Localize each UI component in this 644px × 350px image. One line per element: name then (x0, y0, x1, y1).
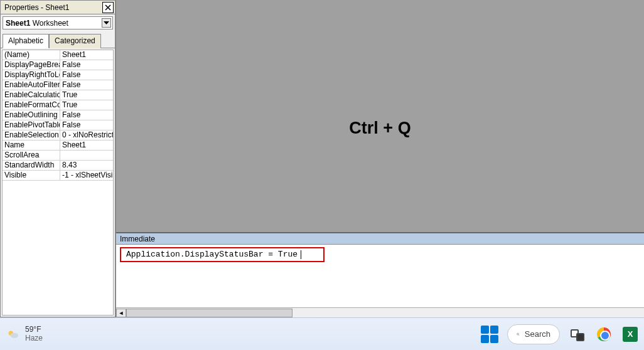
property-value[interactable]: True (60, 90, 113, 100)
immediate-title[interactable]: Immediate (116, 233, 644, 245)
shortcut-overlay: Ctrl + Q (349, 118, 411, 137)
property-value[interactable] (60, 151, 113, 160)
immediate-hscrollbar[interactable]: ◄ (116, 307, 644, 317)
properties-panel: Properties - Sheet1 Sheet1 Worksheet Alp… (0, 0, 115, 317)
property-row[interactable]: (Name)Sheet1 (3, 50, 113, 60)
property-value[interactable]: False (60, 60, 113, 70)
property-value[interactable]: Sheet1 (60, 141, 113, 150)
property-row[interactable]: EnablePivotTableFalse (3, 120, 113, 130)
search-icon (517, 330, 520, 339)
property-row[interactable]: ScrollArea (3, 151, 113, 161)
properties-grid[interactable]: (Name)Sheet1DisplayPageBreaksFalseDispla… (2, 50, 114, 316)
weather-temp: 59°F (25, 326, 43, 334)
property-row[interactable]: EnableOutliningFalse (3, 110, 113, 120)
tab-alphabetic[interactable]: Alphabetic (3, 34, 49, 48)
weather-cond: Haze (25, 334, 43, 342)
property-name: EnableCalculation (3, 90, 60, 100)
text-caret (301, 250, 301, 259)
property-row[interactable]: Visible-1 - xlSheetVisib (3, 171, 113, 181)
property-name: EnableOutlining (3, 110, 60, 120)
svg-point-1 (10, 332, 18, 337)
property-row[interactable]: EnableFormatConTrue (3, 100, 113, 110)
property-name: ScrollArea (3, 151, 60, 160)
taskview-icon (571, 327, 584, 341)
chevron-down-icon[interactable] (102, 18, 111, 28)
properties-titlebar[interactable]: Properties - Sheet1 (1, 1, 115, 14)
property-row[interactable]: EnableAutoFilterFalse (3, 80, 113, 90)
close-icon[interactable] (102, 2, 114, 13)
weather-text: 59°F Haze (25, 326, 43, 342)
taskbar-search[interactable]: Search (507, 324, 560, 344)
property-name: Name (3, 141, 60, 150)
property-row[interactable]: EnableCalculationTrue (3, 90, 113, 100)
properties-tabs: Alphabetic Categorized (1, 31, 115, 48)
weather-icon (6, 327, 20, 341)
property-name: DisplayPageBreaks (3, 60, 60, 70)
properties-title-text: Properties - Sheet1 (4, 3, 69, 12)
property-name: EnableFormatCon (3, 100, 60, 110)
object-selector[interactable]: Sheet1 Worksheet (3, 16, 113, 29)
code-area: Ctrl + Q (116, 0, 644, 232)
property-row[interactable]: DisplayRightToLeftFalse (3, 70, 113, 80)
taskview-button[interactable] (569, 326, 586, 343)
taskbar-weather[interactable]: 59°F Haze (6, 326, 43, 342)
property-value[interactable]: False (60, 110, 113, 120)
property-name: Visible (3, 171, 60, 180)
immediate-input[interactable]: Application.DisplayStatusBar = True (116, 245, 644, 307)
immediate-window: Immediate Application.DisplayStatusBar =… (116, 232, 644, 317)
property-row[interactable]: NameSheet1 (3, 141, 113, 151)
scroll-left-icon[interactable]: ◄ (116, 309, 126, 317)
property-value[interactable]: -1 - xlSheetVisib (60, 171, 113, 180)
tab-categorized[interactable]: Categorized (49, 34, 101, 48)
property-row[interactable]: DisplayPageBreaksFalse (3, 60, 113, 70)
chrome-icon (597, 327, 611, 341)
start-button[interactable] (481, 326, 498, 343)
taskbar: 59°F Haze Search X (0, 317, 644, 350)
property-name: (Name) (3, 50, 60, 60)
chrome-button[interactable] (595, 326, 613, 343)
property-name: EnablePivotTable (3, 120, 60, 130)
svg-point-2 (517, 333, 519, 335)
search-label: Search (525, 329, 550, 339)
excel-button[interactable]: X (621, 326, 639, 343)
immediate-code-text: Application.DisplayStatusBar = True (122, 248, 301, 260)
property-value[interactable]: False (60, 80, 113, 90)
property-value[interactable]: Sheet1 (60, 50, 113, 60)
property-row[interactable]: StandardWidth8.43 (3, 161, 113, 171)
property-name: DisplayRightToLeft (3, 70, 60, 80)
property-name: EnableAutoFilter (3, 80, 60, 90)
property-name: EnableSelection (3, 130, 60, 140)
property-value[interactable]: True (60, 100, 113, 110)
property-value[interactable]: False (60, 70, 113, 80)
scroll-thumb[interactable] (126, 309, 292, 317)
object-selector-label: Sheet1 Worksheet (6, 19, 68, 28)
property-value[interactable]: 0 - xlNoRestricti (60, 130, 113, 140)
property-value[interactable]: False (60, 120, 113, 130)
property-row[interactable]: EnableSelection0 - xlNoRestricti (3, 130, 113, 141)
svg-line-3 (518, 334, 519, 335)
excel-icon: X (623, 327, 638, 342)
property-name: StandardWidth (3, 161, 60, 170)
property-value[interactable]: 8.43 (60, 161, 113, 170)
